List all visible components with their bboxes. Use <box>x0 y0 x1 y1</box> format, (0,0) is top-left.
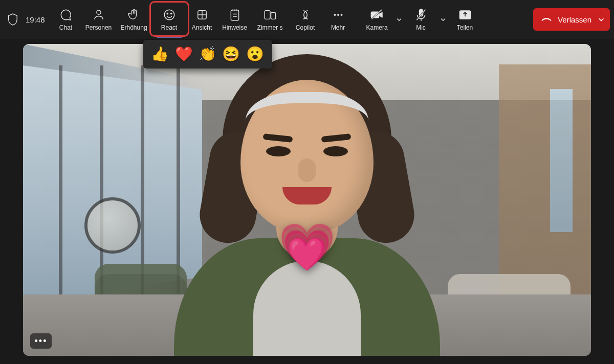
copilot-button[interactable]: Copilot <box>290 4 321 35</box>
hangup-icon <box>540 13 553 26</box>
reaction-love[interactable]: ❤️ <box>175 47 193 61</box>
meeting-timer: 19:48 <box>26 15 45 24</box>
copilot-label: Copilot <box>296 24 315 31</box>
mic-label: Mic <box>416 24 426 31</box>
reaction-applause[interactable]: 👏 <box>199 47 216 61</box>
mic-off-icon <box>415 8 427 22</box>
chat-label: Chat <box>59 24 72 31</box>
floating-heart-reaction-icon: 💗 <box>278 220 336 274</box>
notes-label: Hinweise <box>222 24 247 31</box>
leave-button[interactable]: Verlassen <box>533 8 610 31</box>
more-dots-icon <box>332 8 345 22</box>
react-label: React <box>161 24 177 31</box>
reaction-surprised[interactable]: 😮 <box>246 47 264 61</box>
camera-label: Kamera <box>366 24 388 31</box>
meeting-toolbar: 19:48 Chat Personen Erhöhung <box>0 0 614 39</box>
more-label: Mehr <box>331 24 345 31</box>
more-dots-icon: ••• <box>35 336 48 347</box>
leave-dropdown-icon[interactable] <box>598 16 605 23</box>
camera-off-icon <box>370 8 384 22</box>
notes-icon <box>229 8 240 22</box>
camera-dropdown[interactable] <box>394 4 404 35</box>
share-screen-icon <box>458 8 472 22</box>
svg-point-2 <box>167 13 168 14</box>
raise-hand-icon <box>128 8 140 22</box>
svg-rect-6 <box>265 11 270 19</box>
notes-button[interactable]: Hinweise <box>219 4 251 35</box>
chat-icon <box>59 8 73 22</box>
reaction-like[interactable]: 👍 <box>151 47 169 61</box>
svg-point-3 <box>170 13 171 14</box>
svg-point-9 <box>337 14 339 16</box>
rooms-button[interactable]: Zimmer s <box>252 4 289 35</box>
reaction-laugh[interactable]: 😆 <box>222 47 240 61</box>
view-grid-icon <box>196 8 208 22</box>
svg-rect-5 <box>231 10 238 20</box>
reaction-popover: 👍 ❤️ 👏 😆 😮 <box>143 40 272 69</box>
svg-rect-7 <box>271 12 275 19</box>
people-icon <box>92 8 105 22</box>
camera-button[interactable]: Kamera <box>361 4 393 35</box>
people-label: Personen <box>85 24 112 31</box>
share-label: Teilen <box>457 24 473 31</box>
more-button[interactable]: Mehr <box>322 4 354 35</box>
copilot-icon <box>299 8 312 22</box>
leave-label: Verlassen <box>558 15 591 24</box>
privacy-shield-icon[interactable] <box>7 13 18 26</box>
mic-button[interactable]: Mic <box>405 4 437 35</box>
raise-hand-label: Erhöhung <box>121 24 147 31</box>
video-stage: 💗 ••• <box>23 44 591 356</box>
view-button[interactable]: Ansicht <box>186 4 218 35</box>
svg-point-1 <box>164 10 174 20</box>
rooms-icon <box>264 8 277 22</box>
people-button[interactable]: Personen <box>83 4 115 35</box>
chat-button[interactable]: Chat <box>50 4 82 35</box>
svg-point-8 <box>334 14 336 16</box>
raise-hand-button[interactable]: Erhöhung <box>116 4 152 35</box>
mic-dropdown[interactable] <box>438 4 448 35</box>
rooms-label: Zimmer s <box>257 24 283 31</box>
participant-options-button[interactable]: ••• <box>30 333 52 349</box>
view-label: Ansicht <box>192 24 212 31</box>
react-smile-icon <box>163 8 176 22</box>
svg-point-10 <box>340 14 342 16</box>
svg-point-0 <box>96 10 100 14</box>
react-button[interactable]: React <box>154 4 185 35</box>
share-button[interactable]: Teilen <box>449 4 481 35</box>
participant-avatar: 💗 <box>174 75 440 356</box>
